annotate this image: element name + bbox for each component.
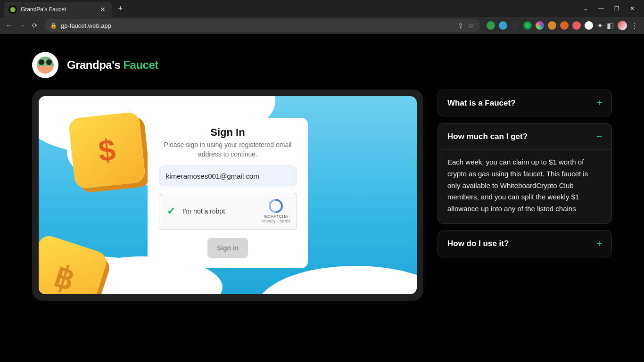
brand-accent: Faucet <box>123 58 158 71</box>
plus-icon: + <box>596 98 602 108</box>
share-icon[interactable]: ⇪ <box>458 22 463 29</box>
faq-answer: Each week, you can claim up to $1 worth … <box>438 149 611 223</box>
signin-card: Sign In Please sign in using your regist… <box>148 118 308 268</box>
toolbar: ← → ⟳ 🔒 gp-faucet.web.app ⇪ ☆ ✦ ◧ ⋮ <box>0 17 644 34</box>
brand-title: Grandpa's Faucet <box>67 58 158 72</box>
brand-logo <box>32 52 58 78</box>
extension-icon[interactable] <box>487 21 495 30</box>
plus-icon: + <box>596 239 602 249</box>
faq-item: How much can I get? − Each week, you can… <box>438 123 612 224</box>
tab-favicon: 🟢 <box>8 5 17 14</box>
faq-item: What is a Faucet? + <box>438 90 612 116</box>
extension-icon[interactable] <box>536 21 544 30</box>
faq-column: What is a Faucet? + How much can I get? … <box>438 90 612 301</box>
panel-icon[interactable]: ◧ <box>607 21 614 30</box>
minus-icon: − <box>596 131 602 142</box>
window-controls: ⌄ ― ❐ ✕ <box>583 5 644 12</box>
recaptcha-badge: reCAPTCHA Privacy · Terms <box>262 199 290 223</box>
extension-icon[interactable] <box>560 21 569 30</box>
extensions: ✦ ◧ ⋮ <box>487 21 638 30</box>
address-bar[interactable]: 🔒 gp-faucet.web.app ⇪ ☆ <box>44 19 480 32</box>
recaptcha-icon <box>266 196 286 216</box>
forward-icon[interactable]: → <box>19 22 25 29</box>
extension-icon[interactable] <box>585 21 593 30</box>
signin-title: Sign In <box>159 126 297 139</box>
minimize-icon[interactable]: ― <box>598 5 604 12</box>
faq-toggle[interactable]: How do I use it? + <box>438 231 611 257</box>
signin-subtitle: Please sign in using your registetered e… <box>159 140 297 159</box>
recaptcha-links[interactable]: Privacy · Terms <box>262 219 290 223</box>
back-icon[interactable]: ← <box>6 22 12 29</box>
stage-illustration: $ ฿ Sign In Please sign in using your re… <box>39 96 417 294</box>
recaptcha-label: I'm not a robot <box>183 207 262 215</box>
browser-tab[interactable]: 🟢 GrandPa's Faucet ✕ <box>4 2 112 17</box>
page-content: Grandpa's Faucet $ ฿ Sign In Please sign… <box>0 34 644 301</box>
faq-question: How much can I get? <box>447 132 596 141</box>
check-icon: ✓ <box>165 205 177 217</box>
close-icon[interactable]: ✕ <box>98 6 107 13</box>
cloud-deco <box>256 266 417 294</box>
email-field[interactable] <box>159 165 297 186</box>
kebab-menu-icon[interactable]: ⋮ <box>631 21 638 30</box>
profile-avatar[interactable] <box>618 21 627 30</box>
maximize-icon[interactable]: ❐ <box>614 5 619 12</box>
extension-icon[interactable] <box>499 21 507 30</box>
signin-panel: $ ฿ Sign In Please sign in using your re… <box>32 90 423 301</box>
extensions-puzzle-icon[interactable]: ✦ <box>597 21 603 30</box>
star-icon[interactable]: ☆ <box>468 22 474 29</box>
extension-icon[interactable] <box>572 21 581 30</box>
signin-button[interactable]: Sign In <box>207 238 248 258</box>
lock-icon: 🔒 <box>50 22 57 29</box>
extension-icon[interactable] <box>523 21 532 30</box>
tab-bar: 🟢 GrandPa's Faucet ✕ + ⌄ ― ❐ ✕ <box>0 0 644 17</box>
extension-icon[interactable] <box>548 21 556 30</box>
tab-title: GrandPa's Faucet <box>21 6 94 13</box>
close-window-icon[interactable]: ✕ <box>630 5 635 12</box>
faq-question: How do I use it? <box>447 239 596 248</box>
brand-row: Grandpa's Faucet <box>32 52 612 78</box>
faq-question: What is a Faucet? <box>447 99 596 108</box>
coin-deco: $ <box>68 112 146 189</box>
extension-icon[interactable] <box>511 21 520 30</box>
reload-icon[interactable]: ⟳ <box>32 22 38 29</box>
faq-toggle[interactable]: How much can I get? − <box>438 123 611 149</box>
browser-chrome: 🟢 GrandPa's Faucet ✕ + ⌄ ― ❐ ✕ ← → ⟳ 🔒 g… <box>0 0 644 34</box>
recaptcha[interactable]: ✓ I'm not a robot reCAPTCHA Privacy · Te… <box>159 193 297 230</box>
new-tab-button[interactable]: + <box>118 4 123 14</box>
faq-toggle[interactable]: What is a Faucet? + <box>438 90 611 116</box>
faq-item: How do I use it? + <box>438 230 612 257</box>
chevron-down-icon[interactable]: ⌄ <box>583 5 588 12</box>
url-text: gp-faucet.web.app <box>61 22 454 29</box>
brand-text: Grandpa's <box>67 58 123 71</box>
recaptcha-brand: reCAPTCHA <box>264 214 288 219</box>
coin-deco: ฿ <box>39 233 109 294</box>
